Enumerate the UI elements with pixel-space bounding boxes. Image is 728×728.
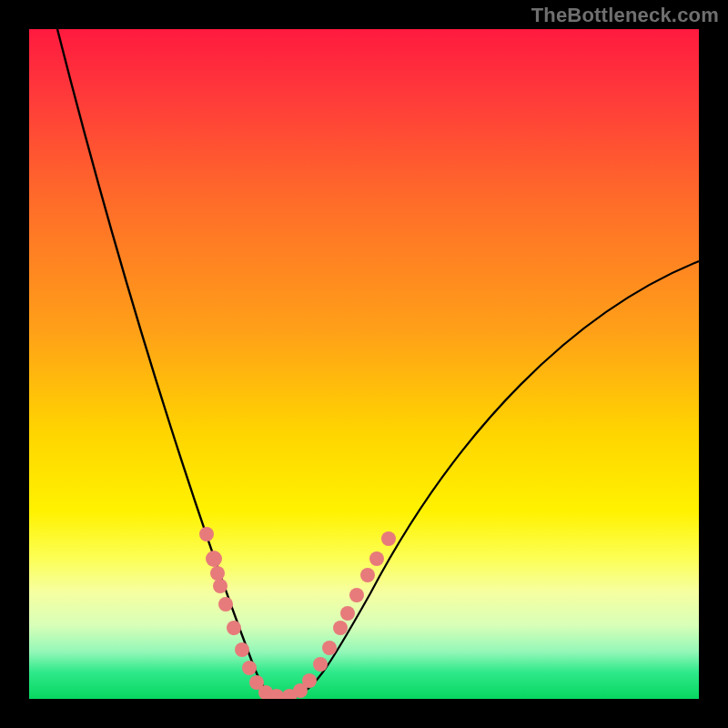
data-marker xyxy=(381,531,396,546)
data-marker xyxy=(333,621,348,635)
marker-group xyxy=(199,527,396,699)
curve-left xyxy=(57,29,286,698)
data-marker xyxy=(340,606,355,621)
curve-right xyxy=(286,261,699,698)
data-marker xyxy=(227,621,241,635)
data-marker xyxy=(369,551,384,566)
chart-svg xyxy=(29,29,699,699)
chart-frame: TheBottleneck.com xyxy=(0,0,728,728)
data-marker xyxy=(349,588,364,602)
watermark-text: TheBottleneck.com xyxy=(531,4,719,27)
data-marker xyxy=(206,551,222,567)
data-marker xyxy=(302,673,317,688)
data-marker xyxy=(199,527,214,541)
data-marker xyxy=(322,641,337,655)
data-marker xyxy=(218,597,233,612)
plot-area xyxy=(29,29,699,699)
data-marker xyxy=(235,642,249,657)
data-marker xyxy=(360,568,375,582)
data-marker xyxy=(210,566,225,581)
data-marker xyxy=(313,657,328,672)
data-marker xyxy=(213,579,228,593)
data-marker xyxy=(242,661,257,675)
